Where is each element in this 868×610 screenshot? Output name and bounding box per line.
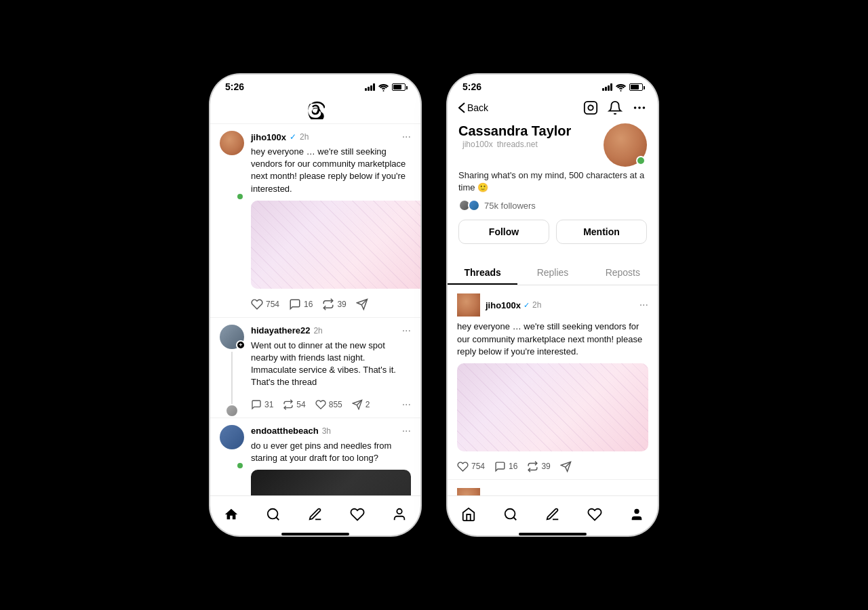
nav-profile-1[interactable] — [386, 503, 413, 526]
back-label: Back — [467, 102, 488, 113]
post-3-avatar[interactable] — [220, 425, 244, 449]
feed-header — [210, 95, 420, 124]
feed-content: jiho100x ✓ 2h ··· hey everyone … we're s… — [210, 124, 420, 495]
profile-post-1-avatar[interactable] — [457, 293, 480, 317]
profile-post-1-username[interactable]: jiho100x — [486, 300, 521, 310]
post-2-comments: 31 — [264, 400, 273, 409]
post-2-menu[interactable]: ··· — [402, 325, 411, 337]
instagram-nav-icon[interactable] — [583, 100, 598, 115]
profile-post-1-like-btn[interactable]: 754 — [457, 461, 485, 472]
post-2-more[interactable]: ··· — [402, 399, 411, 411]
post-1-like-btn[interactable]: 754 — [251, 298, 279, 310]
profile-post-1-reposts: 39 — [541, 462, 550, 471]
post-1-time: 2h — [300, 132, 309, 142]
svg-point-17 — [505, 509, 515, 519]
profile-post-2-header: jiho100x ✓ 2d ··· — [457, 488, 648, 495]
wifi-icon-2 — [616, 82, 626, 92]
signal-icon — [365, 83, 375, 91]
tab-reposts[interactable]: Reposts — [588, 260, 658, 285]
post-3-username[interactable]: endoatthebeach — [251, 426, 319, 436]
status-bar-1: 5:26 — [210, 75, 420, 95]
phone-feed: 5:26 — [210, 75, 420, 535]
phone-profile: 5:26 Back — [448, 75, 658, 535]
post-1-image — [251, 201, 420, 289]
status-icons-1 — [365, 82, 406, 92]
thread-line: + — [220, 325, 244, 418]
profile-avatar-container — [604, 123, 647, 167]
post-1-comment-btn[interactable]: 16 — [289, 298, 313, 310]
profile-top-row: Cassandra Taylor jiho100xthreads.net — [458, 123, 647, 167]
home-indicator-2 — [519, 533, 587, 535]
home-indicator-1 — [281, 533, 349, 535]
followers-count: 75k followers — [484, 201, 536, 211]
svg-point-14 — [635, 107, 636, 108]
battery-icon — [392, 83, 406, 91]
back-button[interactable]: Back — [458, 102, 488, 113]
followers-row: 75k followers — [458, 199, 647, 211]
tab-threads[interactable]: Threads — [448, 260, 517, 285]
profile-name: Cassandra Taylor — [458, 123, 571, 139]
post-1-actions: 754 16 39 — [251, 294, 411, 317]
post-1-menu[interactable]: ··· — [402, 131, 411, 143]
profile-content: Cassandra Taylor jiho100xthreads.net Sha… — [448, 118, 658, 495]
profile-post-1-share-btn[interactable] — [560, 461, 572, 472]
nav-compose-1[interactable] — [302, 503, 329, 526]
nav-search-1[interactable] — [260, 503, 287, 526]
profile-header: Cassandra Taylor jiho100xthreads.net Sha… — [448, 118, 658, 260]
post-1-repost-btn[interactable]: 39 — [322, 298, 346, 310]
post-1-likes: 754 — [266, 300, 279, 309]
nav-profile-2[interactable] — [623, 503, 650, 526]
post-1-text: hey everyone … we're still seeking vendo… — [251, 146, 411, 195]
profile-post-1-image — [457, 363, 648, 451]
nav-home-1[interactable] — [218, 503, 245, 526]
nav-compose-2[interactable] — [539, 503, 566, 526]
profile-post-1-user: jiho100x ✓ 2h — [457, 293, 541, 317]
profile-bio: Sharing what's on my mind, 500 character… — [458, 169, 647, 194]
post-2-share-btn[interactable]: 2 — [352, 399, 370, 410]
battery-icon-2 — [629, 83, 643, 91]
profile-post-1-comments: 16 — [509, 462, 517, 471]
post-3-header: endoatthebeach 3h ··· — [251, 425, 411, 437]
post-2-header: hidayathere22 2h ··· — [251, 325, 411, 337]
post-2-comment-btn[interactable]: 31 — [251, 399, 273, 410]
profile-post-1-time: 2h — [532, 300, 541, 310]
follow-button[interactable]: Follow — [458, 220, 549, 244]
nav-activity-1[interactable] — [344, 503, 371, 526]
profile-post-1-menu[interactable]: ··· — [639, 299, 648, 311]
post-3-menu[interactable]: ··· — [402, 425, 411, 437]
follower-avatars — [458, 199, 480, 211]
svg-line-8 — [276, 517, 279, 520]
signal-icon-2 — [602, 83, 612, 91]
post-2-reposts: 54 — [296, 400, 305, 409]
post-1-header: jiho100x ✓ 2h ··· — [251, 131, 411, 143]
post-1-reposts: 39 — [337, 300, 346, 309]
svg-line-18 — [513, 517, 516, 520]
profile-online-indicator — [636, 156, 646, 165]
post-2-like-btn[interactable]: 855 — [315, 399, 342, 410]
profile-post-1-comment-btn[interactable]: 16 — [494, 461, 517, 472]
profile-post-1-verified: ✓ — [524, 301, 530, 310]
more-nav-icon[interactable] — [632, 100, 647, 115]
post-2-repost-btn[interactable]: 54 — [283, 399, 305, 410]
profile-post-1-actions: 754 16 39 — [457, 457, 648, 479]
threads-logo — [306, 100, 325, 119]
post-1-username[interactable]: jiho100x — [251, 132, 286, 142]
post-1-share-btn[interactable] — [356, 298, 368, 310]
profile-post-2-avatar[interactable] — [457, 488, 480, 495]
nav-search-2[interactable] — [497, 503, 524, 526]
post-1-avatar[interactable] — [220, 131, 244, 155]
nav-activity-2[interactable] — [581, 503, 608, 526]
bottom-nav-2 — [448, 495, 658, 530]
post-2-username[interactable]: hidayathere22 — [251, 325, 310, 336]
post-2-actions: 31 54 855 2 ··· — [251, 394, 411, 418]
status-time-1: 5:26 — [225, 81, 244, 92]
svg-point-7 — [268, 509, 278, 519]
mention-button[interactable]: Mention — [556, 220, 647, 244]
tab-replies[interactable]: Replies — [517, 260, 587, 285]
svg-point-12 — [639, 107, 640, 108]
bell-nav-icon[interactable] — [608, 100, 623, 115]
nav-home-2[interactable] — [455, 503, 482, 526]
profile-post-1-repost-btn[interactable]: 39 — [527, 461, 550, 472]
profile-post-2-user: jiho100x ✓ 2d — [457, 488, 541, 495]
profile-post-1-likes: 754 — [471, 462, 485, 471]
